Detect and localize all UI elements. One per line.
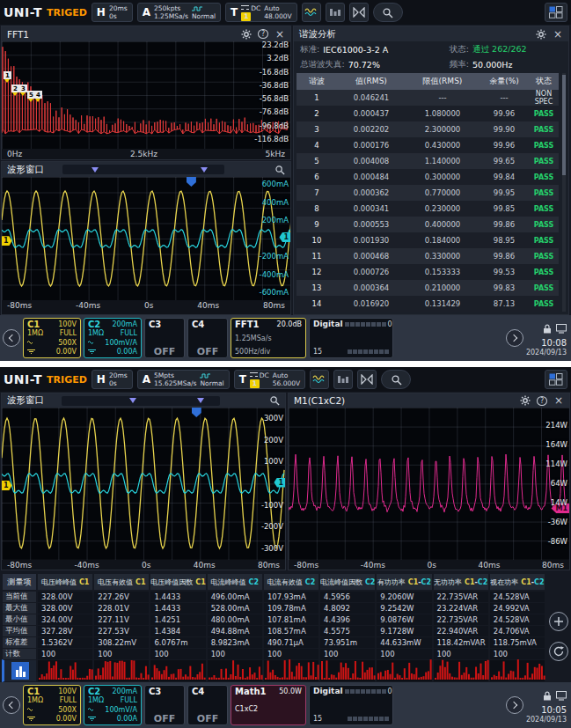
horizontal-settings-button[interactable]: H 20ms 0s — [92, 3, 133, 22]
measure-column-header[interactable]: 电压有效值C1 — [93, 573, 150, 591]
measure-value-cell: 108.57mA — [263, 625, 319, 637]
harmonic-row[interactable]: 120.0007260.15333399.53PASS — [296, 264, 559, 280]
fft1-block[interactable]: FFT120.0dB 1.25MSa/s 500Hz/div — [231, 318, 306, 358]
digital-block[interactable]: Digital0 15 — [309, 685, 393, 725]
measure-column-header[interactable]: 无功功率C1-C2 — [433, 573, 489, 591]
channel-1-block[interactable]: C1100V 1MΩFULL 500X 0.00V — [23, 318, 81, 358]
measure-column-header[interactable]: 电流峰峰值C2 — [207, 573, 263, 591]
next-page-button[interactable] — [506, 696, 523, 714]
harmonic-row[interactable]: 20.0004371.08000099.96PASS — [296, 106, 559, 121]
harmonic-row[interactable]: 80.0003410.23000099.85PASS — [296, 201, 559, 217]
cursor-a-marker[interactable] — [92, 167, 99, 173]
measure-column-header[interactable]: 电压峰峰值C1 — [37, 573, 93, 591]
math-help-icon[interactable]: ? — [537, 396, 547, 406]
counter-icon[interactable] — [326, 3, 345, 22]
math-settings-icon[interactable] — [520, 395, 531, 407]
cursor-strip[interactable] — [62, 396, 220, 406]
harmonic-row[interactable]: 60.0004840.30000099.84PASS — [296, 169, 559, 185]
measure-column-header[interactable]: 电流峰值因数C2 — [319, 573, 376, 591]
measure-column-header[interactable]: 电压峰值因数C1 — [150, 573, 206, 591]
mask-test-icon[interactable] — [357, 370, 377, 389]
measure-value-cell: 328.00V — [37, 602, 93, 614]
harmonic-value: 0.000726 — [337, 268, 406, 276]
measure-value-cell: 9.0876W — [376, 614, 432, 626]
horizontal-offset-value: 0s — [109, 12, 117, 20]
acquire-settings-button[interactable]: A 250kpts 1.25MSa/s Normal — [137, 3, 221, 22]
channel-1-block[interactable]: C1100V 1MΩFULL 500X 0.00V — [23, 685, 81, 725]
channel-3-block[interactable]: C3 OFF — [144, 685, 185, 725]
cursor-b-marker[interactable] — [197, 398, 204, 403]
harmonic-row[interactable]: 70.0003620.77000099.95PASS — [296, 185, 559, 201]
harmonic-row[interactable]: 140.0169200.13142987.13PASS — [296, 296, 559, 312]
harmonic-order: 13 — [296, 283, 337, 292]
harmonic-row[interactable]: 90.0005530.40000099.86PASS — [296, 217, 559, 232]
acquire-mode-value: Normal — [200, 379, 223, 387]
channel-4-block[interactable]: C4 OFF — [187, 685, 228, 725]
harmonic-row[interactable]: 10.046241------NON SPEC — [296, 90, 559, 106]
search-button[interactable] — [373, 3, 403, 22]
measure-value-cell: 24.528VA — [489, 614, 545, 626]
harmonic-title: 谐波分析 — [299, 28, 336, 40]
cursor-strip[interactable] — [62, 165, 224, 174]
cursor-a-marker[interactable] — [129, 398, 136, 403]
measure-value-cell: 528.00mA — [207, 602, 263, 614]
bar-chart-icon — [11, 662, 29, 680]
screen-capture-icon[interactable] — [556, 688, 567, 704]
channel-4-block[interactable]: C4 OFF — [187, 318, 228, 358]
harmonic-margin: 98.95 — [479, 236, 529, 245]
measure-value-cell: 100 — [263, 648, 319, 660]
harmonic-row[interactable]: 100.0019300.18400098.95PASS — [296, 232, 559, 248]
harmonic-settings-icon[interactable] — [536, 28, 546, 40]
add-measurement-button[interactable] — [549, 612, 568, 631]
harmonic-row[interactable]: 40.0001760.43000099.96PASS — [296, 137, 559, 153]
reset-statistics-button[interactable] — [549, 642, 568, 661]
screen-capture-icon[interactable] — [556, 320, 567, 337]
power-analysis-icon[interactable] — [302, 3, 321, 22]
math-close-icon[interactable]: × — [553, 395, 564, 407]
measure-column-header[interactable]: 有功功率C1-C2 — [376, 573, 432, 591]
prev-page-button[interactable] — [3, 329, 20, 347]
measure-column-header[interactable]: 电流有效值C2 — [263, 573, 319, 591]
channel-2-block[interactable]: C2200mA 1MΩFULL 100mV/A 0.00A — [84, 685, 142, 725]
fft-help-icon[interactable]: ? — [258, 29, 268, 39]
channel-2-block[interactable]: C2200mA 1MΩFULL 100mV/A 0.00A — [84, 318, 142, 358]
trigger-settings-button[interactable]: T DC 1 Auto 56.000V — [234, 370, 306, 389]
trigger-settings-button[interactable]: T DC 1 Auto 48.000V — [225, 3, 297, 22]
mask-test-icon[interactable] — [349, 3, 369, 22]
measure-value-cell: 8.9823mA — [207, 636, 263, 649]
window-layout-icon[interactable] — [545, 3, 567, 22]
window-layout-icon[interactable] — [545, 370, 567, 389]
counter-icon[interactable] — [333, 370, 353, 389]
timebase-value: 20ms — [109, 4, 128, 12]
harmonic-order: 2 — [296, 109, 337, 118]
prev-page-button[interactable] — [3, 696, 20, 714]
harmonic-row[interactable]: 50.0040081.14000099.65PASS — [296, 153, 559, 169]
cursor-b-marker[interactable] — [201, 167, 208, 173]
digital-block[interactable]: Digital0 15 — [309, 318, 393, 358]
harmonic-row[interactable]: 110.0004680.33000099.86PASS — [296, 248, 559, 264]
acquire-mode-value: Normal — [192, 12, 216, 20]
fft-close-icon[interactable]: × — [275, 28, 285, 40]
acquire-settings-button[interactable]: A 5Mpts 15.625MSa/s Normal — [137, 370, 230, 389]
fft-settings-icon[interactable] — [241, 28, 252, 40]
search-button[interactable] — [381, 370, 411, 389]
channel-3-block[interactable]: C3 OFF — [144, 318, 185, 358]
lock-icon[interactable] — [543, 320, 552, 337]
measure-value-cell: 107.93mA — [263, 591, 319, 603]
harmonic-scrollbar[interactable] — [562, 73, 566, 312]
next-page-button[interactable] — [506, 329, 523, 347]
horizontal-settings-button[interactable]: H 20ms 0s — [92, 370, 133, 389]
histogram-mode-button[interactable] — [2, 659, 37, 682]
zoom-icon[interactable] — [269, 395, 280, 407]
harmonic-close-icon[interactable]: × — [553, 28, 563, 40]
zoom-icon[interactable] — [275, 164, 285, 175]
measure-column-header[interactable]: 视在功率C1-C2 — [489, 573, 545, 591]
wave-x-label: 40ms — [197, 301, 219, 310]
math1-block[interactable]: Math150.0W C1xC2 — [231, 685, 306, 725]
harmonic-row[interactable]: 130.0003640.21000099.83PASS — [296, 280, 559, 296]
harmonic-row[interactable]: 30.0022022.30000099.90PASS — [296, 121, 559, 137]
horizontal-label: H — [97, 373, 106, 386]
lock-icon[interactable] — [543, 688, 552, 704]
power-analysis-icon[interactable] — [310, 370, 329, 389]
harmonic-margin: 99.84 — [479, 173, 529, 181]
